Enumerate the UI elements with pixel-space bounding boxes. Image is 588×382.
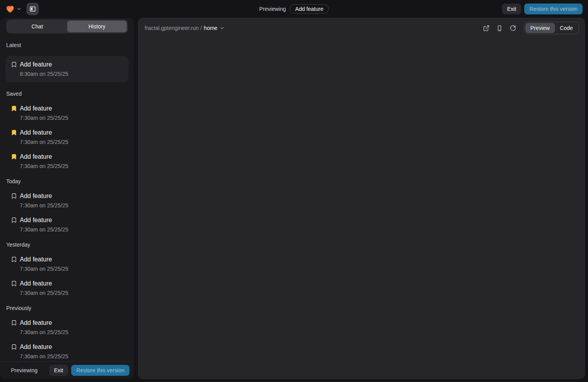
history-item[interactable]: Add feature7:30am on 25/25/25: [6, 319, 128, 336]
preview-panel: fractal.gptengineer.run / home: [138, 18, 585, 379]
external-link-icon: [483, 25, 490, 32]
history-item-body: Add feature7:30am on 25/25/25: [20, 105, 68, 121]
chevron-down-icon: [16, 6, 22, 12]
smartphone-icon: [496, 25, 503, 32]
history-section: TodayAdd feature7:30am on 25/25/25Add fe…: [6, 178, 128, 233]
history-item[interactable]: Add feature8:30am on 25/25/25: [5, 56, 129, 82]
preview-url-prefix: fractal.gptengineer.run /: [145, 25, 202, 31]
preview-header: fractal.gptengineer.run / home: [138, 18, 584, 38]
bookmark-icon[interactable]: [11, 217, 17, 223]
topbar-status: Previewing Add feature: [259, 0, 329, 18]
bookmark-icon[interactable]: [11, 130, 17, 136]
history-scroll-area[interactable]: Chat History LatestAdd feature8:30am on …: [0, 18, 134, 361]
history-section: YesterdayAdd feature7:30am on 25/25/25Ad…: [6, 242, 128, 296]
preview-viewport[interactable]: [138, 38, 584, 378]
preview-url-selector[interactable]: fractal.gptengineer.run / home: [145, 25, 225, 31]
bookmark-icon[interactable]: [11, 280, 17, 287]
app-root: Previewing Add feature Exit Restore this…: [0, 0, 588, 382]
history-item[interactable]: Add feature7:30am on 25/25/25: [6, 192, 128, 209]
history-item-timestamp: 8:30am on 25/25/25: [20, 71, 68, 77]
history-section-title: Yesterday: [6, 242, 128, 248]
history-item-title: Add feature: [20, 319, 68, 327]
chevron-down-icon: [219, 25, 225, 31]
bookmark-icon[interactable]: [11, 344, 17, 350]
history-item[interactable]: Add feature7:30am on 25/25/25: [6, 105, 128, 121]
history-item-title: Add feature: [20, 153, 68, 161]
open-in-new-tab-button[interactable]: [481, 22, 492, 34]
history-item-body: Add feature7:30am on 25/25/25: [20, 192, 68, 209]
history-item[interactable]: Add feature7:30am on 25/25/25: [6, 280, 128, 296]
preview-url-page: home: [204, 25, 217, 31]
history-item[interactable]: Add feature7:30am on 25/25/25: [6, 343, 128, 360]
bookmark-icon[interactable]: [11, 256, 17, 263]
restore-version-button[interactable]: Restore this version: [524, 4, 583, 14]
refresh-icon: [509, 25, 516, 32]
history-item-timestamp: 7:30am on 25/25/25: [20, 202, 68, 209]
history-item-timestamp: 7:30am on 25/25/25: [20, 139, 68, 145]
bookmark-icon[interactable]: [11, 320, 17, 326]
bookmark-icon[interactable]: [11, 105, 17, 112]
lovable-heart-icon: [5, 5, 15, 13]
refresh-button[interactable]: [507, 22, 519, 34]
history-item-title: Add feature: [20, 216, 68, 224]
bookmark-icon[interactable]: [11, 154, 17, 160]
top-bar: Previewing Add feature Exit Restore this…: [0, 0, 588, 18]
footer-exit-button[interactable]: Exit: [49, 365, 68, 376]
history-item-timestamp: 7:30am on 25/25/25: [20, 266, 68, 272]
sidebar-toggle-button[interactable]: [26, 3, 39, 15]
exit-button[interactable]: Exit: [502, 4, 521, 14]
preview-toolbar: Preview Code: [481, 22, 579, 34]
tab-chat[interactable]: Chat: [7, 21, 67, 32]
previewing-label: Previewing: [259, 6, 286, 12]
history-item-title: Add feature: [20, 256, 68, 263]
history-item-title: Add feature: [20, 61, 68, 68]
history-item-body: Add feature7:30am on 25/25/25: [20, 343, 68, 360]
history-item-body: Add feature7:30am on 25/25/25: [20, 153, 68, 170]
footer-restore-version-button[interactable]: Restore this version: [71, 365, 130, 376]
history-item-title: Add feature: [20, 105, 68, 112]
toggle-code[interactable]: Code: [555, 23, 578, 33]
history-item-timestamp: 7:30am on 25/25/25: [20, 163, 68, 170]
topbar-actions: Exit Restore this version: [502, 4, 583, 14]
bookmark-icon[interactable]: [11, 61, 17, 68]
history-item-title: Add feature: [20, 343, 68, 351]
tab-history[interactable]: History: [67, 21, 127, 32]
logo-menu[interactable]: [5, 5, 22, 13]
history-item[interactable]: Add feature7:30am on 25/25/25: [6, 129, 128, 145]
sidebar-footer: Previewing Exit Restore this version: [0, 361, 134, 379]
history-item-timestamp: 7:30am on 25/25/25: [20, 226, 68, 233]
history-item[interactable]: Add feature7:30am on 25/25/25: [6, 216, 128, 233]
footer-previewing-label: Previewing: [11, 367, 37, 373]
history-item[interactable]: Add feature7:30am on 25/25/25: [6, 256, 128, 272]
history-section-title: Latest: [6, 42, 128, 48]
history-section: LatestAdd feature8:30am on 25/25/25: [6, 42, 128, 82]
history-section: SavedAdd feature7:30am on 25/25/25Add fe…: [6, 91, 128, 170]
history-item-body: Add feature7:30am on 25/25/25: [20, 216, 68, 233]
history-item-body: Add feature7:30am on 25/25/25: [20, 319, 68, 336]
history-item[interactable]: Add feature7:30am on 25/25/25: [6, 153, 128, 170]
history-item-body: Add feature8:30am on 25/25/25: [20, 61, 68, 77]
history-item-body: Add feature7:30am on 25/25/25: [20, 256, 68, 272]
history-sidebar: Chat History LatestAdd feature8:30am on …: [0, 18, 134, 379]
history-item-body: Add feature7:30am on 25/25/25: [20, 129, 68, 145]
bookmark-icon[interactable]: [11, 193, 17, 199]
history-item-timestamp: 7:30am on 25/25/25: [20, 353, 68, 360]
toggle-preview[interactable]: Preview: [525, 23, 555, 33]
history-section: PreviouslyAdd feature7:30am on 25/25/25A…: [6, 305, 128, 360]
mobile-view-button[interactable]: [494, 22, 506, 34]
history-section-title: Today: [6, 178, 128, 184]
history-section-title: Saved: [6, 91, 128, 97]
history-item-title: Add feature: [20, 129, 68, 137]
panel-left-icon: [29, 5, 36, 12]
history-section-title: Previously: [6, 305, 128, 311]
chat-history-tabs: Chat History: [6, 19, 128, 33]
history-item-body: Add feature7:30am on 25/25/25: [20, 280, 68, 296]
history-item-timestamp: 7:30am on 25/25/25: [20, 290, 68, 296]
history-item-title: Add feature: [20, 280, 68, 287]
history-item-timestamp: 7:30am on 25/25/25: [20, 115, 68, 121]
history-sections: LatestAdd feature8:30am on 25/25/25Saved…: [6, 42, 128, 360]
history-item-title: Add feature: [20, 192, 68, 200]
preview-code-toggle: Preview Code: [524, 22, 579, 34]
history-item-timestamp: 7:30am on 25/25/25: [20, 329, 68, 336]
version-pill[interactable]: Add feature: [290, 4, 329, 14]
